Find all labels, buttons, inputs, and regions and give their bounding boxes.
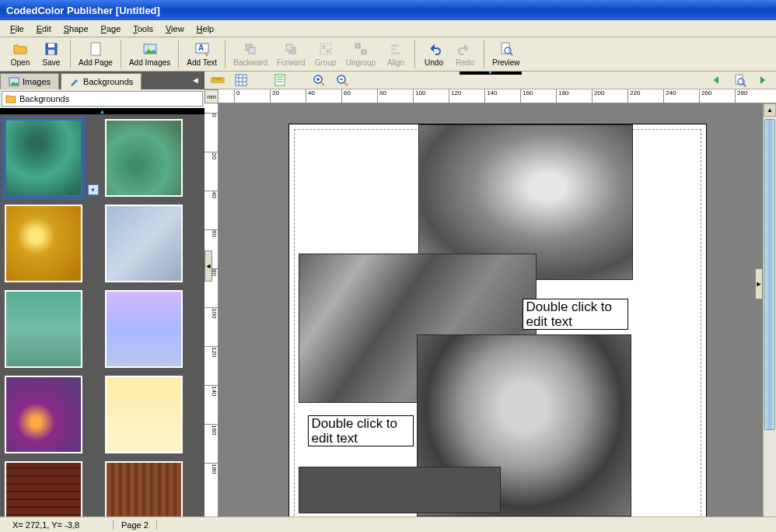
svg-rect-9 [249,47,255,54]
add-images-button[interactable]: Add Images [124,40,175,68]
save-icon [44,41,59,57]
sidebar-tabs: Images Backgrounds ◄ [0,72,204,89]
menu-page[interactable]: Page [96,23,127,35]
svg-rect-3 [91,43,100,55]
next-page-button[interactable] [754,72,771,89]
tab-images[interactable]: Images [0,73,59,89]
thumbnail[interactable] [105,119,183,197]
svg-rect-11 [286,44,292,51]
scrollbar-vertical[interactable]: ▲ ▼ [763,103,776,516]
thumbnail[interactable] [5,461,82,516]
text-box[interactable]: Double click to edit text [308,415,414,446]
thumbnail[interactable] [105,205,183,282]
separator [484,40,484,68]
align-icon [388,41,404,57]
thumbnail-dropdown[interactable]: ▼ [88,184,99,195]
tab-backgrounds[interactable]: Backgrounds [61,73,142,89]
group-icon [318,41,334,57]
redo-icon [457,41,473,57]
tab-backgrounds-label: Backgrounds [83,77,133,86]
sidebar-expand-icon[interactable]: ◄ [187,73,204,89]
thumbnail[interactable] [105,461,183,516]
svg-rect-13 [322,45,326,49]
undo-icon [426,41,442,57]
svg-rect-15 [355,44,360,48]
status-coords: X= 272,1, Y= -3,8 [5,520,114,530]
thumbnail[interactable] [5,119,82,197]
backward-button[interactable]: Backward [229,40,272,68]
add-page-button[interactable]: Add Page [74,40,117,68]
ruler-button[interactable] [209,72,226,89]
main-area: Images Backgrounds ◄ Backgrounds ▼ [0,72,776,516]
zoom-in-button[interactable] [310,72,327,89]
forward-button[interactable]: Forward [272,40,310,68]
open-button[interactable]: Open [5,40,36,68]
splitter-top[interactable] [460,72,522,75]
background-thumbnails: ▼ [0,114,204,516]
workspace[interactable]: Double click to edit text Double click t… [218,103,776,516]
ruler-horizontal: 020406080100120140160180200220240260280 [218,89,776,103]
menu-edit[interactable]: Edit [31,23,57,35]
grid-button[interactable] [232,72,250,89]
backward-icon [243,41,258,57]
add-text-button[interactable]: A Add Text [182,40,222,68]
menu-shape[interactable]: Shape [58,23,94,35]
preview-icon [498,41,514,57]
page-zoom-button[interactable] [731,72,748,89]
panel-collapse-left[interactable]: ◄ [204,250,212,282]
properties-button[interactable] [271,72,288,89]
thumbnail[interactable] [105,376,183,453]
splitter-horizontal[interactable] [0,108,204,114]
svg-rect-18 [391,48,396,51]
separator [178,40,179,68]
separator [225,40,225,68]
svg-rect-16 [362,50,366,54]
menu-view[interactable]: View [160,23,190,35]
placed-image[interactable] [299,467,501,513]
svg-rect-2 [48,50,54,54]
separator [70,40,71,68]
svg-rect-1 [48,44,54,47]
undo-button[interactable]: Undo [418,40,449,68]
menu-help[interactable]: Help [191,23,220,35]
thumbnail[interactable] [5,205,82,282]
svg-line-43 [344,82,348,86]
text-icon: A [194,41,210,57]
ungroup-button[interactable]: Ungroup [341,40,380,68]
menu-tools[interactable]: Tools [128,23,159,35]
preview-button[interactable]: Preview [488,40,525,68]
statusbar: X= 272,1, Y= -3,8 Page 2 [0,516,776,532]
path-bar[interactable]: Backgrounds [2,91,203,107]
folder-icon [5,93,16,104]
image-icon [9,76,19,87]
separator [414,40,415,68]
redo-button[interactable]: Redo [449,40,481,68]
svg-rect-23 [211,78,224,82]
menu-file[interactable]: File [5,23,30,35]
scrollbar-thumb[interactable] [764,119,775,430]
svg-line-46 [743,84,746,86]
panel-collapse-right[interactable]: ► [755,268,763,299]
tab-images-label: Images [23,77,51,86]
thumbnail[interactable] [5,290,82,368]
thumbnail[interactable] [5,376,82,453]
text-box[interactable]: Double click to edit text [523,299,628,330]
svg-line-40 [321,82,324,86]
zoom-out-button[interactable] [334,72,351,89]
canvas-area: mm 020406080100120140160180 020406080100… [204,72,776,516]
group-button[interactable]: Group [310,40,341,68]
prev-page-button[interactable] [708,72,725,89]
image-icon [142,41,158,57]
svg-rect-33 [275,75,285,86]
window-title: CodedColor Publisher [Untitled] [6,5,160,16]
page-icon [88,41,103,57]
align-button[interactable]: Align [380,40,411,68]
page-canvas[interactable]: Double click to edit text Double click t… [288,124,707,516]
sidebar: Images Backgrounds ◄ Backgrounds ▼ [0,72,204,516]
thumbnail[interactable] [105,290,183,368]
save-button[interactable]: Save [36,40,67,68]
toolbar: Open Save Add Page Add Images A Add Text… [0,37,776,72]
separator [121,40,121,68]
scroll-up-arrow[interactable]: ▲ [764,103,776,117]
svg-rect-28 [236,75,246,86]
